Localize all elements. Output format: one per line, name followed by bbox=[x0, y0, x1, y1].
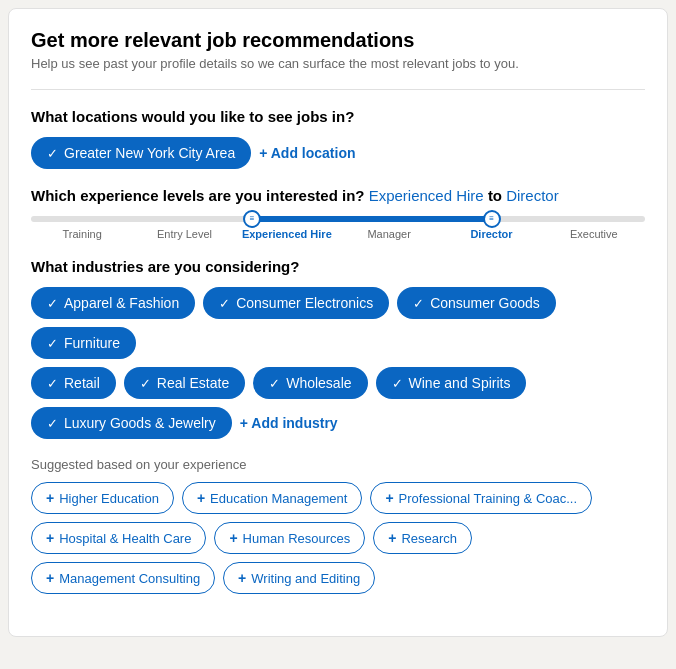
slider-thumb-right[interactable]: ≡ bbox=[483, 210, 501, 228]
suggested-hospital[interactable]: + Hospital & Health Care bbox=[31, 522, 206, 554]
industries-chips-row3: ✓ Luxury Goods & Jewelry + Add industry bbox=[31, 407, 645, 439]
industry-chip-real-estate[interactable]: ✓ Real Estate bbox=[124, 367, 245, 399]
industry-chip-consumer-goods[interactable]: ✓ Consumer Goods bbox=[397, 287, 556, 319]
plus-icon: + bbox=[46, 570, 54, 586]
suggested-chips-row1: + Higher Education + Education Managemen… bbox=[31, 482, 645, 514]
suggested-writing-editing[interactable]: + Writing and Editing bbox=[223, 562, 375, 594]
suggested-section: Suggested based on your experience + Hig… bbox=[31, 457, 645, 594]
suggested-education-management[interactable]: + Education Management bbox=[182, 482, 363, 514]
industry-chip-consumer-electronics[interactable]: ✓ Consumer Electronics bbox=[203, 287, 389, 319]
locations-question: What locations would you like to see job… bbox=[31, 108, 645, 125]
level-manager: Manager bbox=[338, 228, 440, 240]
check-icon: ✓ bbox=[47, 336, 58, 351]
slider-handle-icon: ≡ bbox=[250, 215, 255, 223]
suggested-higher-education[interactable]: + Higher Education bbox=[31, 482, 174, 514]
industry-chip-apparel[interactable]: ✓ Apparel & Fashion bbox=[31, 287, 195, 319]
industries-question: What industries are you considering? bbox=[31, 258, 645, 275]
slider-labels: Training Entry Level Experienced Hire Ma… bbox=[31, 228, 645, 240]
check-icon: ✓ bbox=[47, 416, 58, 431]
suggested-chips-row3: + Management Consulting + Writing and Ed… bbox=[31, 562, 645, 594]
experience-from-link[interactable]: Experienced Hire bbox=[369, 187, 484, 204]
suggested-human-resources[interactable]: + Human Resources bbox=[214, 522, 365, 554]
divider bbox=[31, 89, 645, 90]
industry-chip-wine-spirits[interactable]: ✓ Wine and Spirits bbox=[376, 367, 527, 399]
experience-question: Which experience levels are you interest… bbox=[31, 187, 645, 204]
page-title: Get more relevant job recommendations bbox=[31, 29, 645, 52]
check-icon: ✓ bbox=[47, 146, 58, 161]
plus-icon: + bbox=[197, 490, 205, 506]
locations-chips: ✓ Greater New York City Area + Add locat… bbox=[31, 137, 645, 169]
plus-icon: + bbox=[46, 490, 54, 506]
slider-handle-icon-right: ≡ bbox=[489, 215, 494, 223]
level-experienced: Experienced Hire bbox=[236, 228, 338, 240]
plus-icon: + bbox=[238, 570, 246, 586]
industries-chips: ✓ Apparel & Fashion ✓ Consumer Electroni… bbox=[31, 287, 645, 359]
recommendations-card: Get more relevant job recommendations He… bbox=[8, 8, 668, 637]
slider-track: ≡ ≡ bbox=[31, 216, 645, 222]
plus-icon: + bbox=[385, 490, 393, 506]
location-chip-nyc[interactable]: ✓ Greater New York City Area bbox=[31, 137, 251, 169]
industry-chip-furniture[interactable]: ✓ Furniture bbox=[31, 327, 136, 359]
check-icon: ✓ bbox=[392, 376, 403, 391]
check-icon: ✓ bbox=[47, 296, 58, 311]
industry-chip-luxury[interactable]: ✓ Luxury Goods & Jewelry bbox=[31, 407, 232, 439]
suggested-professional-training[interactable]: + Professional Training & Coac... bbox=[370, 482, 592, 514]
experience-section: Which experience levels are you interest… bbox=[31, 187, 645, 240]
page-subtitle: Help us see past your profile details so… bbox=[31, 56, 645, 71]
level-executive: Executive bbox=[543, 228, 645, 240]
plus-icon: + bbox=[46, 530, 54, 546]
plus-icon: + bbox=[388, 530, 396, 546]
check-icon: ✓ bbox=[269, 376, 280, 391]
plus-icon: + bbox=[229, 530, 237, 546]
check-icon: ✓ bbox=[47, 376, 58, 391]
level-training: Training bbox=[31, 228, 133, 240]
check-icon: ✓ bbox=[219, 296, 230, 311]
industry-chip-retail[interactable]: ✓ Retail bbox=[31, 367, 116, 399]
industries-section: What industries are you considering? ✓ A… bbox=[31, 258, 645, 439]
check-icon: ✓ bbox=[140, 376, 151, 391]
level-director: Director bbox=[440, 228, 542, 240]
locations-section: What locations would you like to see job… bbox=[31, 108, 645, 169]
slider-fill bbox=[252, 216, 491, 222]
experience-to-link[interactable]: Director bbox=[506, 187, 559, 204]
suggested-chips-row2: + Hospital & Health Care + Human Resourc… bbox=[31, 522, 645, 554]
add-industry-button[interactable]: + Add industry bbox=[240, 415, 338, 431]
slider-thumb-left[interactable]: ≡ bbox=[243, 210, 261, 228]
level-entry: Entry Level bbox=[133, 228, 235, 240]
suggested-management-consulting[interactable]: + Management Consulting bbox=[31, 562, 215, 594]
suggested-label: Suggested based on your experience bbox=[31, 457, 645, 472]
industries-chips-row2: ✓ Retail ✓ Real Estate ✓ Wholesale ✓ Win… bbox=[31, 367, 645, 399]
experience-slider[interactable]: ≡ ≡ Training Entry Level Experienced Hir… bbox=[31, 216, 645, 240]
suggested-research[interactable]: + Research bbox=[373, 522, 472, 554]
header-section: Get more relevant job recommendations He… bbox=[31, 29, 645, 71]
add-location-button[interactable]: + Add location bbox=[259, 145, 355, 161]
industry-chip-wholesale[interactable]: ✓ Wholesale bbox=[253, 367, 367, 399]
check-icon: ✓ bbox=[413, 296, 424, 311]
